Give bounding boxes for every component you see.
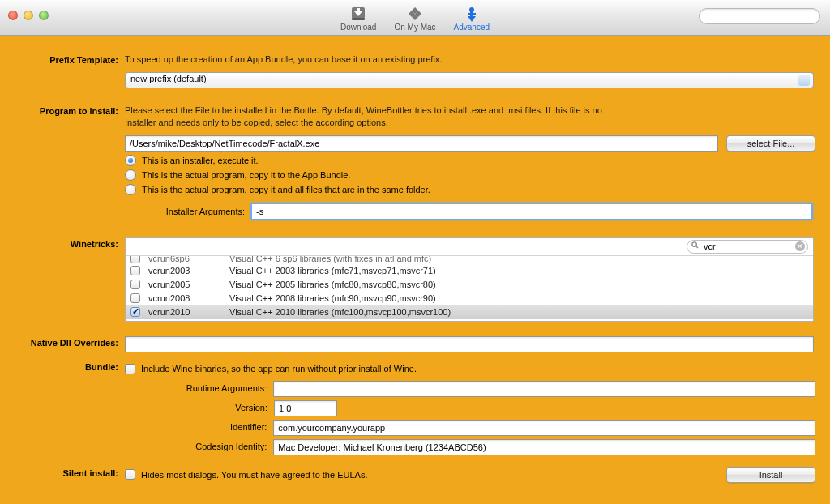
native-dll-label: Native Dll Overrides: (15, 336, 125, 348)
winetricks-panel: ✕ vcrun6sp6 Visual C++ 6 sp6 libraries (… (125, 237, 814, 322)
zoom-button[interactable] (39, 11, 49, 20)
winetricks-row[interactable]: vcrun2005 Visual C++ 2005 libraries (mfc… (126, 278, 813, 292)
toolbar-download[interactable]: Download (340, 6, 376, 32)
winetricks-row-name: vcrun2003 (148, 266, 221, 275)
svg-rect-9 (468, 13, 476, 15)
radio-icon (125, 184, 136, 195)
checkbox-icon[interactable] (130, 293, 140, 303)
advanced-icon (463, 6, 481, 22)
checkbox-icon[interactable] (130, 256, 140, 263)
include-wine-check[interactable]: Include Wine binaries, so the app can ru… (125, 364, 815, 374)
winetricks-row-name: vcrun6sp6 (148, 256, 221, 263)
silent-check[interactable]: Hides most dialogs. You must have agreed… (125, 469, 718, 480)
winetricks-row-desc: Visual C++ 2008 libraries (mfc90,msvcp90… (229, 293, 436, 303)
svg-marker-10 (468, 16, 476, 22)
window-controls (8, 11, 49, 20)
download-icon (349, 6, 367, 22)
svg-rect-2 (352, 18, 365, 20)
winetricks-row[interactable]: vcrun6sp6 Visual C++ 6 sp6 libraries (wi… (126, 256, 813, 264)
radio-icon (125, 169, 136, 181)
prefix-template-desc: To speed up the creation of an App Bundl… (125, 53, 815, 66)
winetricks-list[interactable]: vcrun6sp6 Visual C++ 6 sp6 libraries (wi… (126, 256, 813, 321)
checkbox-icon (125, 364, 135, 374)
minimize-button[interactable] (24, 11, 33, 20)
winetricks-row-desc: Visual C++ 2003 libraries (mfc71,msvcp71… (229, 266, 436, 275)
winetricks-row-desc: Visual C++ 6 sp6 libraries (with fixes i… (229, 256, 431, 263)
content: Prefix Template: To speed up the creatio… (0, 36, 830, 499)
toolbar: Download On My Mac Advanced (340, 4, 490, 32)
toolbar-on-my-mac-label: On My Mac (394, 23, 435, 32)
radio-label: This is an installer, execute it. (142, 156, 259, 165)
program-label: Program to install: (15, 105, 125, 116)
installer-args-label: Installer Arguments: (125, 207, 251, 216)
select-file-button[interactable]: select File... (726, 135, 815, 152)
svg-line-14 (696, 246, 698, 247)
toolbar-advanced[interactable]: Advanced (454, 6, 490, 32)
checkbox-icon[interactable] (130, 307, 140, 317)
search-icon (691, 241, 700, 251)
toolbar-search-input[interactable] (699, 8, 820, 24)
identifier-input[interactable] (273, 420, 815, 436)
toolbar-advanced-label: Advanced (454, 23, 490, 32)
winetricks-search-input[interactable] (687, 240, 808, 254)
install-button[interactable]: Install (726, 467, 815, 483)
winetricks-row-name: vcrun2005 (148, 280, 221, 289)
program-radio-installer[interactable]: This is an installer, execute it. (125, 155, 815, 166)
radio-icon (125, 155, 136, 166)
identifier-label: Identifier: (15, 420, 273, 432)
prefix-template-label: Prefix Template: (15, 53, 125, 65)
winetricks-row[interactable]: vcrun2003 Visual C++ 2003 libraries (mfc… (126, 264, 813, 278)
runtime-args-input[interactable] (273, 381, 815, 397)
mac-icon (406, 6, 424, 22)
svg-point-13 (692, 241, 697, 246)
winetricks-row-name: vcrun2008 (148, 293, 221, 303)
program-path-input[interactable] (125, 135, 718, 152)
close-button[interactable] (8, 11, 18, 20)
winetricks-row-desc: Visual C++ 2005 libraries (mfc80,msvcp80… (229, 280, 436, 289)
chevron-updown-icon: ▲▼ (801, 75, 807, 87)
checkbox-icon (125, 469, 135, 480)
toolbar-download-label: Download (340, 23, 376, 32)
toolbar-on-my-mac[interactable]: On My Mac (394, 6, 435, 32)
winetricks-row[interactable]: vcrun2010 Visual C++ 2010 libraries (mfc… (126, 305, 813, 319)
winetricks-row[interactable]: vcrun2008 Visual C++ 2008 libraries (mfc… (126, 292, 813, 305)
codesign-label: Codesign Identity: (15, 439, 273, 451)
include-wine-label: Include Wine binaries, so the app can ru… (141, 364, 417, 374)
radio-label: This is the actual program, copy it and … (142, 185, 430, 194)
native-dll-input[interactable] (125, 336, 814, 352)
silent-desc: Hides most dialogs. You must have agreed… (141, 470, 367, 480)
prefix-template-value: new prefix (default) (130, 74, 207, 83)
silent-label: Silent install: (15, 467, 125, 478)
winetricks-label: Winetricks: (15, 237, 125, 249)
winetricks-row-name: vcrun2010 (148, 307, 221, 317)
radio-label: This is the actual program, copy it to t… (142, 170, 350, 180)
prefix-template-select[interactable]: new prefix (default) ▲▼ (125, 72, 814, 88)
clear-search-icon[interactable]: ✕ (795, 241, 805, 251)
version-label: Version: (15, 400, 274, 412)
bundle-label: Bundle: (15, 361, 125, 372)
toolbar-search (699, 8, 820, 24)
codesign-input[interactable] (273, 439, 815, 455)
installer-args-input[interactable] (251, 203, 812, 220)
runtime-args-label: Runtime Arguments: (15, 381, 273, 393)
version-input[interactable] (274, 400, 337, 416)
program-radio-copy-folder[interactable]: This is the actual program, copy it and … (125, 184, 815, 195)
program-radio-copy[interactable]: This is the actual program, copy it to t… (125, 169, 815, 181)
checkbox-icon[interactable] (130, 280, 140, 289)
winetricks-row-desc: Visual C++ 2010 libraries (mfc100,msvcp1… (229, 307, 451, 317)
titlebar: Download On My Mac Advanced (0, 0, 830, 36)
checkbox-icon[interactable] (130, 266, 140, 275)
program-desc: Please select the File to be installed i… (125, 105, 627, 129)
